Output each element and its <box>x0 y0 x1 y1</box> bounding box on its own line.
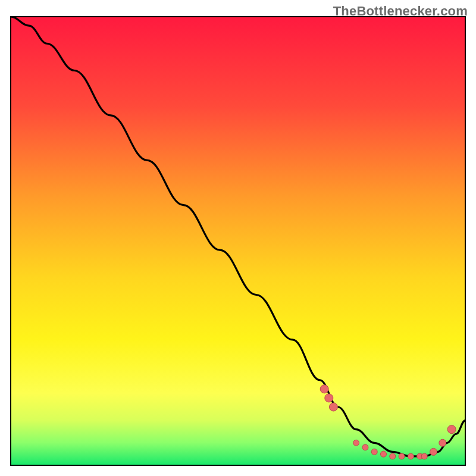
sweet-spot-dot <box>430 448 437 455</box>
sweet-spot-dot <box>439 439 446 446</box>
sweet-spot-dot <box>362 444 368 450</box>
sweet-spot-dot <box>371 449 377 455</box>
sweet-spot-dot <box>399 453 405 459</box>
sweet-spot-dot <box>320 385 328 393</box>
sweet-spot-dot <box>353 440 359 446</box>
sweet-spot-dot <box>380 451 386 457</box>
sweet-spot-dot <box>447 425 456 434</box>
sweet-spot-dot <box>325 394 333 402</box>
chart-svg <box>0 0 476 476</box>
sweet-spot-dot <box>421 453 427 459</box>
sweet-spot-dot <box>390 453 396 459</box>
sweet-spot-dot <box>329 403 337 411</box>
chart-stage: TheBottlenecker.com <box>0 0 476 476</box>
attribution-text: TheBottlenecker.com <box>333 4 468 19</box>
plot-background <box>11 17 465 465</box>
sweet-spot-dot <box>408 453 414 459</box>
